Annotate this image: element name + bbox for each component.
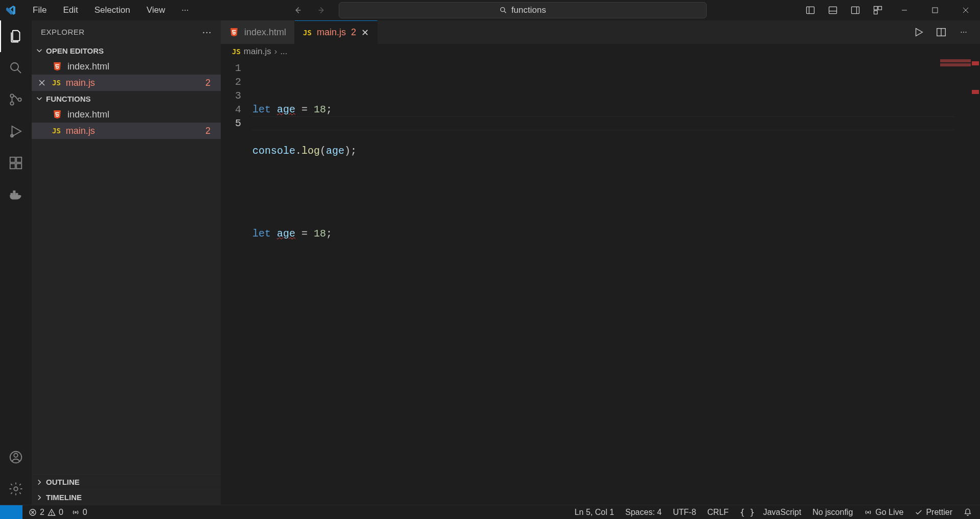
activity-search[interactable] [0, 52, 32, 84]
tab-close-icon[interactable]: ✕ [361, 27, 369, 38]
svg-rect-15 [16, 163, 21, 169]
open-editor-item[interactable]: index.html [32, 58, 221, 75]
activity-docker[interactable] [0, 179, 32, 210]
status-notifications-icon[interactable] [964, 508, 972, 516]
js-icon: JS [232, 48, 241, 56]
svg-rect-16 [16, 157, 21, 162]
status-encoding[interactable]: UTF-8 [673, 508, 696, 517]
svg-rect-7 [932, 8, 938, 13]
breadcrumb[interactable]: JS main.js › ... [221, 44, 980, 59]
problems-badge: 2 [205, 126, 211, 136]
layout-panel-icon[interactable] [823, 0, 843, 20]
line-gutter: 1 2 3 4 5 [221, 59, 252, 505]
svg-point-11 [18, 98, 21, 101]
js-icon: JS [52, 127, 61, 135]
breadcrumb-trail: ... [280, 46, 287, 57]
html5-icon [52, 61, 62, 72]
tab-bar: index.html JS main.js 2 ✕ ··· [221, 20, 980, 44]
svg-rect-5 [878, 7, 882, 10]
sidebar-title: Explorer [41, 28, 85, 36]
code-editor[interactable]: 1 2 3 4 5 let age = 18; console.log(age)… [221, 59, 980, 505]
close-icon[interactable] [38, 79, 46, 87]
nav-back-icon[interactable] [290, 5, 305, 16]
breadcrumb-file: main.js [244, 46, 271, 57]
remote-indicator[interactable] [0, 505, 22, 520]
tab-badge: 2 [351, 27, 356, 38]
activity-run-debug[interactable] [0, 115, 32, 147]
overview-ruler[interactable] [971, 59, 980, 505]
status-indent[interactable]: Spaces: 4 [625, 508, 662, 517]
status-prettier[interactable]: Prettier [915, 508, 952, 517]
activity-settings[interactable] [0, 473, 32, 505]
status-problems[interactable]: 2 0 [29, 508, 63, 517]
svg-point-9 [10, 94, 13, 97]
tab-index-html[interactable]: index.html [221, 20, 295, 44]
tab-main-js[interactable]: JS main.js 2 ✕ [295, 20, 378, 44]
editor-more-icon[interactable]: ··· [954, 23, 973, 41]
svg-point-10 [10, 102, 13, 105]
status-cursor-position[interactable]: Ln 5, Col 1 [574, 508, 614, 517]
svg-rect-3 [851, 7, 859, 13]
run-icon[interactable] [909, 23, 928, 41]
status-jsconfig[interactable]: No jsconfig [812, 508, 853, 517]
minimap[interactable] [920, 59, 971, 505]
status-golive[interactable]: Go Live [864, 508, 903, 517]
status-ports[interactable]: 0 [72, 508, 87, 517]
menu-overflow[interactable]: ··· [174, 3, 196, 17]
status-eol[interactable]: CRLF [707, 508, 729, 517]
timeline-section[interactable]: Timeline [32, 489, 221, 505]
activity-accounts[interactable] [0, 441, 32, 473]
svg-rect-4 [874, 7, 877, 10]
editor-group: index.html JS main.js 2 ✕ ··· JS main.js… [221, 20, 980, 505]
window-minimize[interactable] [890, 0, 919, 20]
code-content[interactable]: let age = 18; console.log(age); let age … [252, 59, 980, 505]
outline-section[interactable]: Outline [32, 474, 221, 489]
activity-source-control[interactable] [0, 84, 32, 115]
open-editor-item[interactable]: JS main.js 2 [32, 75, 221, 91]
svg-rect-13 [10, 157, 15, 162]
layout-sidebar-left-icon[interactable] [800, 0, 821, 20]
tab-label: main.js [317, 27, 346, 38]
svg-point-27 [75, 511, 76, 513]
activity-bar [0, 20, 32, 505]
svg-rect-14 [10, 163, 15, 169]
activity-extensions[interactable] [0, 147, 32, 179]
svg-rect-2 [829, 7, 836, 13]
nav-forward-icon[interactable] [314, 5, 330, 16]
problems-badge: 2 [205, 78, 211, 88]
menu-bar: File Edit Selection View ··· [5, 3, 196, 17]
status-language[interactable]: { } JavaScript [740, 507, 801, 517]
folder-file-item[interactable]: JS main.js 2 [32, 123, 221, 139]
svg-rect-20 [13, 191, 15, 193]
svg-rect-6 [874, 11, 877, 14]
sidebar-more-icon[interactable]: ··· [202, 26, 212, 38]
open-editors-section[interactable]: Open Editors [32, 43, 221, 58]
menu-selection[interactable]: Selection [87, 3, 137, 17]
customize-layout-icon[interactable] [868, 0, 888, 20]
menu-edit[interactable]: Edit [56, 3, 85, 17]
title-bar: File Edit Selection View ··· functions [0, 0, 980, 20]
activity-explorer[interactable] [0, 20, 32, 52]
window-close[interactable] [951, 0, 980, 20]
folder-section[interactable]: Functions [32, 91, 221, 106]
menu-file[interactable]: File [26, 3, 54, 17]
status-bar: 2 0 0 Ln 5, Col 1 Spaces: 4 UTF-8 CRLF {… [0, 505, 980, 519]
vscode-logo-icon [5, 5, 24, 16]
layout-sidebar-right-icon[interactable] [845, 0, 866, 20]
file-name: main.js [66, 78, 95, 88]
split-editor-icon[interactable] [932, 23, 950, 41]
svg-point-0 [500, 8, 504, 12]
explorer-sidebar: Explorer ··· Open Editors index.html JS … [32, 20, 221, 505]
js-icon: JS [52, 79, 61, 87]
command-center-search[interactable]: functions [339, 2, 707, 18]
file-name: index.html [67, 61, 109, 72]
menu-view[interactable]: View [139, 3, 173, 17]
file-name: index.html [67, 109, 109, 120]
svg-point-8 [11, 63, 18, 70]
file-name: main.js [66, 126, 95, 136]
html5-icon [229, 27, 239, 37]
svg-point-22 [14, 454, 18, 458]
folder-file-item[interactable]: index.html [32, 106, 221, 123]
svg-point-23 [14, 487, 18, 491]
window-maximize[interactable] [921, 0, 949, 20]
